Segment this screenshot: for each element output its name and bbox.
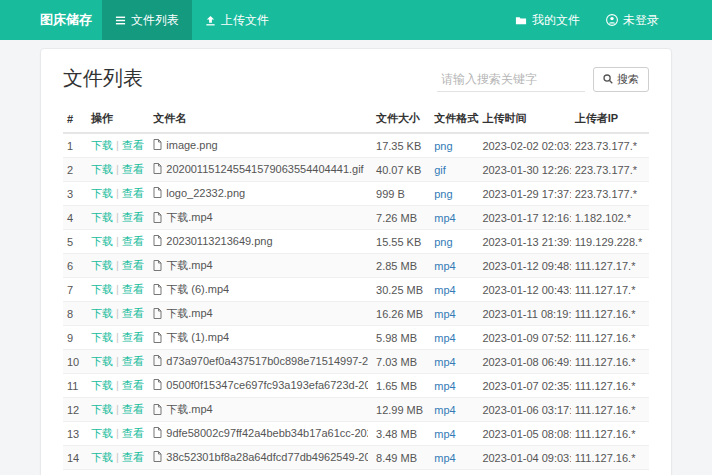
table-row: 2 下载|查看 202001151245541579063554404441.g… — [63, 158, 649, 182]
download-link[interactable]: 下载 — [91, 139, 113, 151]
file-name: image.png — [166, 139, 217, 151]
row-filename-cell: 9dfe58002c97ff42a4bebb34b17a61cc-2023-01… — [149, 422, 372, 446]
file-icon — [153, 379, 162, 390]
row-size: 3.48 MB — [372, 422, 430, 446]
nav-item-upload[interactable]: 上传文件 — [192, 0, 282, 40]
top-navbar: 图床储存 文件列表 上传文件 我的文件 未登录 — [0, 0, 712, 40]
download-link[interactable]: 下载 — [91, 187, 113, 199]
format-link[interactable]: mp4 — [434, 404, 455, 416]
file-icon — [153, 139, 162, 150]
row-filename-cell: 下载.mp4 — [149, 398, 372, 422]
nav-item-my-files[interactable]: 我的文件 — [502, 0, 593, 40]
row-actions: 下载|查看 — [87, 302, 149, 326]
download-link[interactable]: 下载 — [91, 427, 113, 439]
view-link[interactable]: 查看 — [122, 355, 144, 367]
row-size: 30.25 MB — [372, 278, 430, 302]
nav-item-label: 文件列表 — [131, 12, 179, 29]
row-filename-cell: 202001151245541579063554404441.gif — [149, 158, 372, 182]
format-link[interactable]: mp4 — [434, 308, 455, 320]
view-link[interactable]: 查看 — [122, 307, 144, 319]
action-separator: | — [116, 187, 119, 199]
format-link[interactable]: png — [434, 236, 452, 248]
download-link[interactable]: 下载 — [91, 403, 113, 415]
download-link[interactable]: 下载 — [91, 451, 113, 463]
action-separator: | — [116, 403, 119, 415]
file-icon — [153, 187, 162, 198]
row-actions: 下载|查看 — [87, 470, 149, 475]
view-link[interactable]: 查看 — [122, 403, 144, 415]
view-link[interactable]: 查看 — [122, 163, 144, 175]
file-name: 下载.mp4 — [166, 402, 212, 417]
view-link[interactable]: 查看 — [122, 211, 144, 223]
row-size: 8.38 MB — [372, 470, 430, 475]
view-link[interactable]: 查看 — [122, 187, 144, 199]
file-name: d73a970ef0a437517b0c898e71514997-2023-01… — [166, 355, 368, 367]
row-format-cell: mp4 — [430, 326, 478, 350]
search-button[interactable]: 搜索 — [593, 67, 649, 92]
row-format-cell: png — [430, 230, 478, 254]
download-link[interactable]: 下载 — [91, 283, 113, 295]
download-link[interactable]: 下载 — [91, 331, 113, 343]
download-link[interactable]: 下载 — [91, 259, 113, 271]
row-uploader-ip: 223.73.177.* — [571, 133, 649, 158]
view-link[interactable]: 查看 — [122, 259, 144, 271]
format-link[interactable]: mp4 — [434, 332, 455, 344]
view-link[interactable]: 查看 — [122, 451, 144, 463]
format-link[interactable]: gif — [434, 164, 446, 176]
row-size: 15.55 KB — [372, 230, 430, 254]
format-link[interactable]: png — [434, 188, 452, 200]
search-input[interactable] — [437, 67, 585, 92]
download-link[interactable]: 下载 — [91, 163, 113, 175]
download-link[interactable]: 下载 — [91, 211, 113, 223]
row-uploader-ip: 111.127.16.* — [571, 398, 649, 422]
file-name: 9dfe58002c97ff42a4bebb34b17a61cc-2023-01… — [166, 427, 368, 439]
action-separator: | — [116, 235, 119, 247]
row-actions: 下载|查看 — [87, 254, 149, 278]
row-filename-cell: 38c52301bf8a28a64dfcd77db4962549-2023-01… — [149, 446, 372, 470]
row-index: 11 — [63, 374, 87, 398]
file-icon — [153, 163, 162, 174]
view-link[interactable]: 查看 — [122, 427, 144, 439]
view-link[interactable]: 查看 — [122, 235, 144, 247]
nav-item-login-status[interactable]: 未登录 — [593, 0, 672, 40]
search-area: 搜索 — [437, 67, 649, 92]
download-link[interactable]: 下载 — [91, 355, 113, 367]
view-link[interactable]: 查看 — [122, 379, 144, 391]
row-actions: 下载|查看 — [87, 206, 149, 230]
row-actions: 下载|查看 — [87, 158, 149, 182]
row-upload-time: 2023-01-07 02:35:23 — [478, 374, 570, 398]
download-link[interactable]: 下载 — [91, 307, 113, 319]
row-format-cell: mp4 — [430, 398, 478, 422]
file-icon — [153, 451, 162, 462]
download-link[interactable]: 下载 — [91, 379, 113, 391]
file-name: 20230113213649.png — [166, 235, 272, 247]
format-link[interactable]: mp4 — [434, 452, 455, 464]
row-size: 7.26 MB — [372, 206, 430, 230]
upload-icon — [205, 15, 216, 26]
row-upload-time: 2023-02-02 02:03:24 — [478, 133, 570, 158]
row-index: 10 — [63, 350, 87, 374]
view-link[interactable]: 查看 — [122, 139, 144, 151]
download-link[interactable]: 下载 — [91, 235, 113, 247]
row-uploader-ip: 111.127.16.* — [571, 302, 649, 326]
format-link[interactable]: mp4 — [434, 212, 455, 224]
nav-item-file-list[interactable]: 文件列表 — [102, 0, 192, 40]
format-link[interactable]: mp4 — [434, 284, 455, 296]
file-icon — [153, 284, 162, 295]
format-link[interactable]: mp4 — [434, 428, 455, 440]
format-link[interactable]: mp4 — [434, 356, 455, 368]
format-link[interactable]: mp4 — [434, 260, 455, 272]
format-link[interactable]: png — [434, 140, 452, 152]
row-upload-time: 2023-01-30 12:26:22 — [478, 158, 570, 182]
row-index: 9 — [63, 326, 87, 350]
table-row: 6 下载|查看 下载.mp4 2.85 MB mp4 2023-01-12 09… — [63, 254, 649, 278]
brand-title[interactable]: 图床储存 — [40, 0, 92, 40]
row-upload-time: 2023-01-11 08:19:44 — [478, 302, 570, 326]
format-link[interactable]: mp4 — [434, 380, 455, 392]
view-link[interactable]: 查看 — [122, 283, 144, 295]
nav-item-label: 我的文件 — [532, 12, 580, 29]
row-index: 6 — [63, 254, 87, 278]
row-filename-cell: 0500f0f15347ce697fc93a193efa6723d-2023-0… — [149, 374, 372, 398]
view-link[interactable]: 查看 — [122, 331, 144, 343]
col-header-name: 文件名 — [149, 105, 372, 133]
